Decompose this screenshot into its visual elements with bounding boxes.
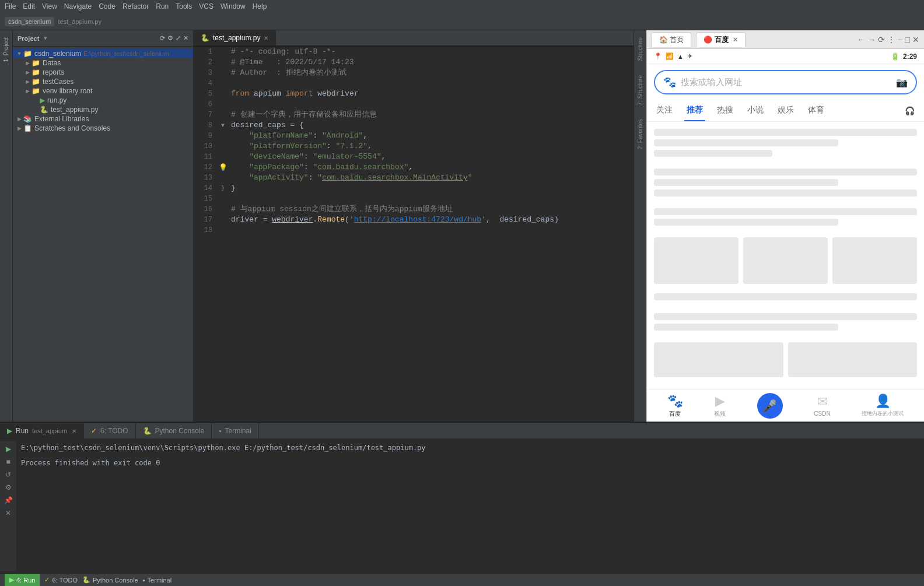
tree-extlibs-label: External Libraries (34, 115, 89, 123)
tree-item-reports[interactable]: ▶ 📁 reports (13, 68, 193, 77)
status-todo-label: 6: TODO (52, 577, 78, 584)
menu-tools[interactable]: Tools (176, 2, 192, 10)
mic-button[interactable]: 🎤 (757, 393, 783, 419)
phone-nav-user[interactable]: 👤 拒绝内卷的小测试 (862, 394, 904, 417)
7structure-side-tab[interactable]: 7: Structure (636, 71, 645, 110)
tree-item-testcases[interactable]: ▶ 📁 testCases (13, 77, 193, 86)
right-side-strip: Structure 7: Structure 2: Favorites (634, 30, 646, 422)
close-panel-icon[interactable]: ✕ (183, 34, 188, 42)
menu-code[interactable]: Code (99, 2, 116, 10)
status-run-btn[interactable]: ▶ 4: Run (5, 574, 40, 587)
baidu-tab-close[interactable]: ✕ (733, 36, 738, 43)
run-settings-btn[interactable]: ⚙ (3, 482, 13, 493)
menu-run[interactable]: Run (156, 2, 169, 10)
editor-tab-testappium[interactable]: 🐍 test_appium.py ✕ (194, 30, 276, 45)
run-tab-close[interactable]: ✕ (72, 428, 76, 434)
phone-minimize-icon[interactable]: − (898, 35, 902, 44)
line-gutter-18 (217, 225, 229, 236)
menu-window[interactable]: Window (220, 2, 246, 10)
skel-line-3 (654, 150, 772, 157)
line-gutter-10 (217, 141, 229, 152)
line-gutter-16 (217, 204, 229, 215)
code-line-14: 14 } } (194, 183, 634, 194)
menu-vcs[interactable]: VCS (199, 2, 214, 10)
gear-icon[interactable]: ⚙ (167, 34, 173, 42)
run-rerun-btn[interactable]: ↺ (3, 469, 13, 480)
fold-close-14: } (221, 185, 225, 192)
bottom-tab-todo[interactable]: ✓ 6: TODO (84, 423, 136, 438)
nav-tab-guanzhu[interactable]: 关注 (654, 100, 675, 121)
code-editor[interactable]: 1 # -*- coding: utf-8 -*- 2 # @Time : 20… (194, 47, 634, 422)
run-start-btn[interactable]: ▶ (3, 444, 13, 454)
nav-tab-headphone[interactable]: 🎧 (902, 101, 917, 121)
sync-icon[interactable]: ⟳ (160, 34, 165, 42)
line-gutter-2 (217, 57, 229, 68)
code-line-16: 16 # 与appium session之间建立联系，括号内为appium服务地… (194, 204, 634, 215)
nav-tab-tiyu[interactable]: 体育 (806, 100, 827, 121)
nav-tab-resou[interactable]: 热搜 (715, 100, 736, 121)
tree-item-run[interactable]: ▶ run.py (13, 96, 193, 105)
tree-root[interactable]: ▼ 📁 csdn_selenium E:\python_test\csdn_se… (13, 49, 193, 58)
run-close-btn[interactable]: ✕ (3, 508, 13, 518)
python-console-tab-icon: 🐍 (143, 427, 152, 435)
phone-nav-csdn[interactable]: ✉ CSDN (814, 394, 830, 417)
menu-file[interactable]: File (5, 2, 16, 10)
editor-area: 🐍 test_appium.py ✕ 1 # -*- coding: utf-8… (194, 30, 634, 422)
user-nav-icon: 👤 (875, 394, 891, 409)
phone-nav-baidu[interactable]: 🐾 百度 (667, 394, 683, 418)
tree-item-venv[interactable]: ▶ 📁 venv library root (13, 86, 193, 96)
tree-item-extlibs[interactable]: ▶ 📚 External Libraries (13, 114, 193, 124)
tab-label-testappium: test_appium.py (213, 34, 260, 42)
phone-tab-baidu[interactable]: 🔴 百度 ✕ (696, 32, 746, 47)
structure-side-tab[interactable]: Structure (636, 33, 645, 66)
code-line-4: 4 (194, 78, 634, 89)
tab-close-testappium[interactable]: ✕ (264, 35, 268, 41)
status-terminal-item[interactable]: ▪ Terminal (143, 577, 172, 584)
skel-box-2 (743, 237, 828, 284)
favorites-side-tab[interactable]: 2: Favorites (636, 114, 645, 154)
bottom-tab-python-console[interactable]: 🐍 Python Console (136, 423, 212, 438)
nav-tab-tuijian[interactable]: 推荐 (684, 100, 705, 121)
fold-icon-8[interactable]: ▼ (221, 122, 225, 129)
menu-help[interactable]: Help (253, 2, 267, 10)
folder-icon-reports: 📁 (32, 68, 40, 76)
status-todo-item[interactable]: ✓ 6: TODO (44, 576, 78, 584)
phone-close-icon[interactable]: ✕ (912, 35, 919, 44)
line-content-7: # 创建一个字典，用于存储设备和应用信息 (229, 110, 634, 120)
tree-item-scratches[interactable]: ▶ 📋 Scratches and Consoles (13, 124, 193, 133)
bulb-icon-12[interactable]: 💡 (219, 163, 228, 172)
run-pin-btn[interactable]: 📌 (3, 495, 13, 506)
code-line-3: 3 # Author : 拒绝内卷的小测试 (194, 68, 634, 78)
search-bar[interactable]: 🐾 搜索或输入网址 📷 (654, 70, 917, 94)
camera-icon[interactable]: 📷 (896, 77, 908, 88)
menu-view[interactable]: View (42, 2, 57, 10)
line-num-1: 1 (194, 47, 217, 57)
phone-nav-mic[interactable]: 🎤 (757, 393, 783, 419)
phone-refresh-icon[interactable]: ⟳ (878, 35, 885, 44)
tree-item-datas[interactable]: ▶ 📁 Datas (13, 58, 193, 68)
run-command-text: E:\python_test\csdn_selenium\venv\Script… (21, 444, 919, 452)
phone-maximize-icon[interactable]: □ (905, 35, 910, 44)
line-num-16: 16 (194, 204, 217, 215)
skel-line-11 (654, 324, 838, 331)
bottom-tab-run[interactable]: ▶ Run test_appium ✕ (0, 423, 84, 438)
menu-edit[interactable]: Edit (23, 2, 35, 10)
phone-nav-video[interactable]: ▶ 视频 (714, 394, 726, 418)
phone-tab-home[interactable]: 🏠 首页 (652, 32, 691, 47)
baidu-tab-label: 百度 (715, 36, 729, 44)
line-num-18: 18 (194, 225, 217, 236)
bottom-tab-terminal[interactable]: ▪ Terminal (212, 423, 259, 438)
run-stop-btn[interactable]: ■ (3, 457, 13, 467)
status-console-item[interactable]: 🐍 Python Console (82, 576, 138, 584)
phone-back-icon[interactable]: ← (857, 35, 865, 44)
phone-fwd-icon[interactable]: → (867, 35, 876, 44)
menu-navigate[interactable]: Navigate (64, 2, 92, 10)
nav-tab-yule[interactable]: 娱乐 (775, 100, 796, 121)
project-side-tab[interactable]: 1: Project (2, 35, 10, 64)
phone-more-icon[interactable]: ⋮ (887, 35, 895, 44)
menu-refactor[interactable]: Refactor (123, 2, 149, 10)
expand-icon[interactable]: ⤢ (176, 34, 181, 42)
nav-tab-xiaoshuo[interactable]: 小说 (745, 100, 766, 121)
tree-item-testappium[interactable]: 🐍 test_appium.py (13, 105, 193, 114)
tree-arrow-scratches: ▶ (15, 125, 23, 131)
